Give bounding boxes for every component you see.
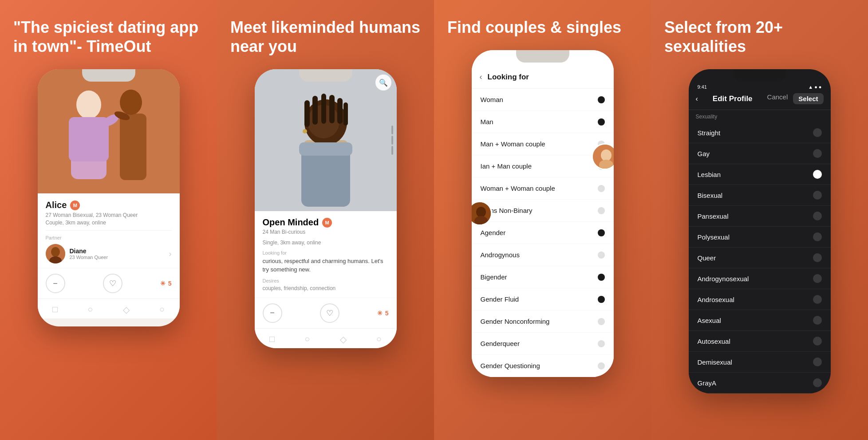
dark-items-container: Straight Gay Lesbian Bisexual Pansexual … [689, 122, 831, 393]
lf-item[interactable]: Androgynous [472, 244, 614, 266]
partner-detail: 23 Woman Queer [70, 255, 165, 260]
notch-2 [299, 69, 352, 82]
dark-radio [813, 274, 822, 283]
dark-radio [813, 253, 822, 262]
nav-message-icon[interactable]: ◇ [123, 304, 130, 315]
lf-item-label: Woman + Woman couple [481, 185, 555, 192]
om-sub2: Single, 3km away, online [263, 240, 389, 246]
lf-item[interactable]: Bigender [472, 266, 614, 288]
lf-title: Looking for [488, 73, 529, 82]
dark-radio [813, 191, 822, 200]
bottom-nav-1: □ ○ ◇ ○ [38, 299, 180, 318]
nav-home-icon-2[interactable]: □ [269, 334, 275, 345]
profile-name: Alice M [46, 200, 172, 210]
lf-dot [598, 318, 605, 325]
svg-rect-5 [120, 114, 146, 180]
lf-dot [598, 229, 605, 236]
panel-4: Select from 20+ sexualities 9:41 ▲ ● ● ‹… [651, 0, 868, 440]
dark-item[interactable]: Autosexual [689, 331, 831, 352]
lf-item[interactable]: Gender Questioning [472, 355, 614, 377]
dark-item[interactable]: Asexual [689, 310, 831, 331]
dark-item-label: Androsexual [698, 296, 734, 303]
dark-item[interactable]: GrayA [689, 373, 831, 393]
dark-select-btn[interactable]: Select [793, 93, 823, 104]
nav-profile-icon-2[interactable]: ○ [376, 334, 382, 345]
lf-dot [598, 118, 605, 126]
dark-item[interactable]: Demisexual [689, 352, 831, 373]
sparkle-count: 5 [168, 280, 172, 287]
back-arrow-icon[interactable]: ‹ [480, 72, 482, 82]
notch-4 [733, 69, 786, 82]
profile-photo-2: 🔍 [255, 69, 397, 211]
bottom-nav-2: □ ○ ◇ ○ [255, 328, 397, 348]
dark-section-header: Sexuality [689, 110, 831, 122]
svg-point-22 [303, 129, 307, 134]
dark-radio [813, 378, 822, 387]
dark-radio [813, 128, 822, 137]
dark-item[interactable]: Pansexual [689, 206, 831, 227]
partner-name: Diane [70, 248, 165, 255]
dark-item[interactable]: Polysexual [689, 227, 831, 248]
dark-item[interactable]: Queer [689, 248, 831, 268]
open-minded-info: Open Minded M 24 Man Bi-curious Single, … [255, 211, 397, 297]
lf-item[interactable]: Woman + Woman couple [472, 177, 614, 200]
panel-3: Find couples & singles ‹ Looking for [434, 0, 651, 440]
nav-message-icon-2[interactable]: ◇ [340, 334, 347, 345]
lf-dot [598, 251, 605, 259]
dark-item[interactable]: Lesbian [689, 164, 831, 185]
nav-search-icon[interactable]: ○ [87, 304, 93, 315]
profile-info-1: Alice M 27 Woman Bisexual, 23 Woman Quee… [38, 193, 180, 268]
dark-item[interactable]: Androgynosexual [689, 268, 831, 289]
dark-item-label: Straight [698, 129, 721, 137]
dark-item-label: Bisexual [698, 192, 723, 199]
lf-item[interactable]: Gender Nonconforming [472, 310, 614, 333]
scroll-indicator [391, 126, 393, 155]
lf-item-label: Man [481, 118, 493, 126]
dark-cancel-btn[interactable]: Cancel [767, 93, 788, 104]
dark-radio [813, 170, 822, 179]
minus-button-2[interactable]: − [263, 303, 282, 323]
lf-item[interactable]: Man [472, 111, 614, 133]
dark-item[interactable]: Androsexual [689, 289, 831, 310]
scroll-dot [391, 136, 393, 145]
dark-radio [813, 358, 822, 366]
dark-back-icon[interactable]: ‹ [696, 95, 698, 103]
sparkle-button-2[interactable]: ✳ 5 [377, 310, 389, 317]
om-name-text: Open Minded [263, 217, 319, 228]
lf-item[interactable]: Trans Non-Binary [472, 200, 614, 222]
dark-item-label: Queer [698, 254, 716, 262]
nav-profile-icon[interactable]: ○ [159, 304, 165, 315]
svg-point-8 [120, 90, 142, 113]
lf-item[interactable]: Genderqueer [472, 333, 614, 355]
dark-item-label: Androgynosexual [698, 275, 749, 283]
dark-actions: Cancel Select [767, 93, 824, 104]
svg-rect-24 [299, 142, 352, 156]
lf-item-label: Bigender [481, 273, 507, 281]
lf-item[interactable]: Gender Fluid [472, 288, 614, 310]
search-icon-btn[interactable]: 🔍 [375, 75, 391, 90]
dark-header: ‹ Edit Profile Cancel Select [689, 90, 831, 110]
dark-item[interactable]: Gay [689, 143, 831, 164]
dark-item[interactable]: Straight [689, 122, 831, 143]
partner-label: Partner [46, 235, 172, 240]
panel-1-heading: "The spiciest dating app in town"- TimeO… [13, 18, 204, 56]
sparkle-button[interactable]: ✳ 5 [160, 280, 172, 287]
partner-avatar [46, 244, 65, 263]
sparkle-icon: ✳ [160, 280, 166, 287]
nav-home-icon[interactable]: □ [52, 304, 58, 315]
partner-info: Diane 23 Woman Queer [70, 248, 165, 260]
status-icons: ▲ ● ● [808, 84, 821, 90]
nav-search-icon-2[interactable]: ○ [304, 334, 310, 345]
minus-button[interactable]: − [46, 274, 65, 293]
lf-item[interactable]: Woman [472, 89, 614, 111]
scroll-dot [391, 126, 393, 134]
profile-photo-1 [38, 69, 180, 193]
lf-item-label: Gender Fluid [481, 295, 519, 303]
heart-button[interactable]: ♡ [103, 274, 122, 293]
heart-button-2[interactable]: ♡ [320, 303, 339, 323]
panel-2-heading: Meet likeminded humans near you [230, 18, 421, 56]
lf-item[interactable]: Agender [472, 222, 614, 244]
lf-dot [598, 274, 605, 281]
dark-item[interactable]: Bisexual [689, 185, 831, 206]
partner-row[interactable]: Diane 23 Woman Queer › [46, 244, 172, 263]
